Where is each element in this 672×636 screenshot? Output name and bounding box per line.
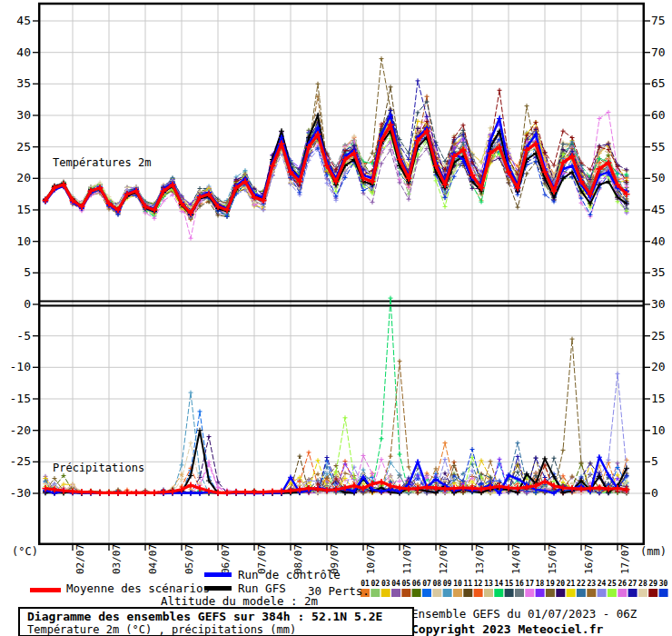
svg-text:29: 29 — [648, 580, 657, 588]
svg-text:40: 40 — [651, 234, 666, 248]
legend-mean-label: Moyenne des scénarios — [66, 582, 210, 595]
svg-text:13: 13 — [484, 580, 493, 588]
svg-text:18: 18 — [536, 580, 545, 588]
svg-text:25: 25 — [608, 580, 617, 588]
svg-text:25: 25 — [651, 329, 666, 343]
svg-text:-5: -5 — [16, 329, 31, 343]
svg-text:04: 04 — [391, 580, 400, 588]
altitude-note: Altitude du modele : 2m — [161, 595, 318, 608]
svg-text:28: 28 — [638, 580, 647, 588]
svg-text:25: 25 — [16, 140, 31, 154]
svg-text:15: 15 — [505, 580, 514, 588]
svg-text:75: 75 — [651, 14, 666, 27]
svg-text:07: 07 — [422, 580, 431, 588]
svg-text:14: 14 — [494, 580, 503, 588]
svg-text:40: 40 — [16, 45, 31, 59]
chart-title: Diagramme des ensembles GEFS sur 384h : … — [27, 610, 412, 623]
svg-text:06/07: 06/07 — [220, 544, 232, 574]
svg-text:50: 50 — [651, 171, 666, 184]
svg-text:09: 09 — [443, 580, 452, 588]
svg-text:5: 5 — [24, 265, 31, 279]
svg-text:45: 45 — [651, 203, 666, 216]
svg-text:24: 24 — [598, 580, 607, 588]
svg-text:-25: -25 — [10, 454, 31, 468]
gefs-ensemble-diagram: 454035302520151050-5-10-15-20-25-3075706… — [0, 0, 672, 636]
legend-gfs-swatch — [204, 586, 232, 591]
svg-text:16/07: 16/07 — [583, 544, 595, 574]
svg-text:08: 08 — [432, 580, 441, 588]
mean-series-line — [43, 122, 630, 496]
svg-text:05: 05 — [401, 580, 410, 588]
svg-text:02/07: 02/07 — [74, 544, 86, 574]
svg-text:22: 22 — [577, 580, 586, 588]
svg-text:27: 27 — [628, 580, 637, 588]
ensemble-plot: 454035302520151050-5-10-15-20-25-3075706… — [0, 0, 672, 636]
svg-text:20: 20 — [16, 171, 31, 184]
legend-control-label: Run de contrôle — [238, 569, 341, 581]
svg-text:30: 30 — [16, 108, 31, 122]
chart-subtitle: Température 2m (°C) , précipitations (mm… — [27, 623, 412, 636]
svg-text:16: 16 — [515, 580, 524, 588]
svg-text:45: 45 — [16, 14, 31, 27]
svg-text:17: 17 — [525, 580, 534, 588]
svg-text:0: 0 — [24, 297, 31, 311]
svg-text:11/07: 11/07 — [401, 544, 413, 574]
svg-text:15: 15 — [651, 392, 666, 405]
svg-text:70: 70 — [651, 45, 666, 59]
svg-text:20: 20 — [556, 580, 565, 588]
legend-gfs-label: Run GFS — [238, 582, 286, 595]
svg-text:12: 12 — [474, 580, 483, 588]
svg-text:-15: -15 — [10, 392, 31, 405]
svg-text:03: 03 — [381, 580, 390, 588]
svg-text:15/07: 15/07 — [547, 544, 558, 574]
svg-text:10: 10 — [453, 580, 462, 588]
svg-text:15: 15 — [16, 203, 31, 216]
svg-text:30: 30 — [659, 580, 668, 588]
svg-text:35: 35 — [16, 76, 31, 90]
svg-text:-30: -30 — [10, 486, 31, 500]
legend-mean-swatch — [30, 588, 61, 592]
right-axis-labels: 757065605550454035302520151050 — [651, 14, 666, 500]
svg-text:60: 60 — [651, 108, 666, 122]
precipitation-panel-label: Précipitations — [53, 462, 144, 474]
svg-text:10: 10 — [651, 423, 666, 437]
copyright-text: Copyright 2023 Meteociel.fr — [411, 623, 603, 636]
svg-text:21: 21 — [567, 580, 576, 588]
svg-text:55: 55 — [651, 140, 666, 154]
svg-text:30: 30 — [651, 297, 666, 311]
member-series-lines — [44, 56, 629, 495]
svg-text:35: 35 — [651, 265, 666, 279]
svg-text:65: 65 — [651, 76, 666, 90]
svg-text:12/07: 12/07 — [438, 544, 450, 574]
date-axis-labels: 02/0703/0704/0705/0706/0707/0708/0709/07… — [74, 544, 631, 574]
chart-info-box: Diagramme des ensembles GEFS sur 384h : … — [18, 607, 414, 636]
svg-text:5: 5 — [651, 454, 658, 468]
temperature-panel-label: Températures 2m — [53, 157, 151, 169]
legend-control-swatch — [204, 572, 232, 577]
svg-text:19: 19 — [546, 580, 555, 588]
svg-text:17/07: 17/07 — [619, 544, 631, 574]
svg-text:10/07: 10/07 — [365, 544, 377, 574]
svg-text:05/07: 05/07 — [183, 544, 195, 574]
right-axis-unit: (mm) — [640, 545, 667, 558]
svg-text:02: 02 — [371, 580, 380, 588]
svg-text:-10: -10 — [10, 360, 31, 373]
svg-text:20: 20 — [651, 360, 666, 373]
left-axis-unit: (°C) — [12, 545, 38, 558]
model-run-info: Ensemble GEFS du 01/07/2023 - 06Z — [411, 608, 637, 621]
svg-text:04/07: 04/07 — [147, 544, 159, 574]
svg-text:-20: -20 — [10, 423, 31, 437]
left-axis-labels: 454035302520151050-5-10-15-20-25-30 — [10, 14, 31, 500]
svg-text:0: 0 — [651, 486, 658, 500]
svg-text:06: 06 — [412, 580, 421, 588]
svg-text:10: 10 — [16, 234, 31, 248]
svg-text:13/07: 13/07 — [474, 544, 486, 574]
perturbation-swatches: 0102030405060708091011121314151617181920… — [361, 580, 668, 597]
svg-text:11: 11 — [463, 580, 472, 588]
svg-text:03/07: 03/07 — [111, 544, 123, 574]
svg-text:23: 23 — [587, 580, 596, 588]
svg-text:14/07: 14/07 — [510, 544, 522, 574]
svg-text:26: 26 — [618, 580, 627, 588]
